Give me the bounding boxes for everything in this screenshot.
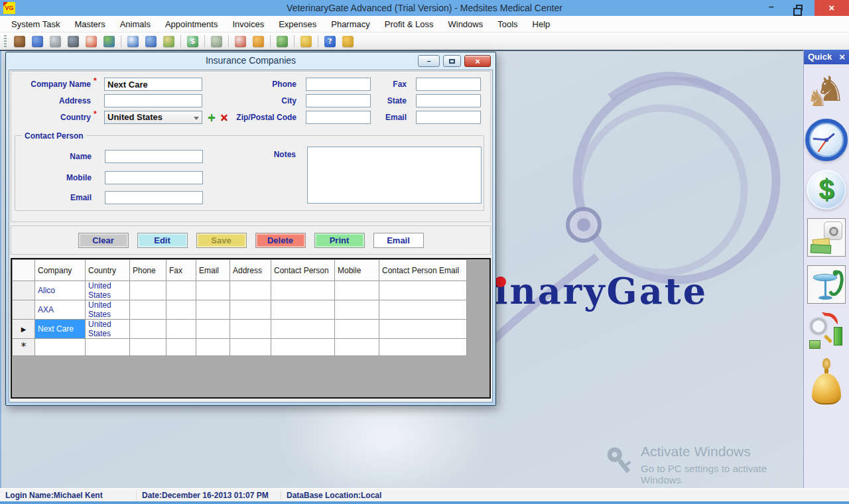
clear-button[interactable]: Clear (78, 233, 129, 248)
dog-icon[interactable] (14, 36, 25, 47)
dialog-minimize-button[interactable]: – (418, 55, 440, 67)
gift-icon[interactable] (235, 36, 246, 47)
menu-item-windows[interactable]: Windows (440, 16, 490, 32)
grid-cell[interactable] (379, 281, 467, 300)
grid-cell[interactable] (196, 320, 230, 339)
menu-item-appointments[interactable]: Appointments (158, 16, 226, 32)
chart-icon[interactable] (277, 36, 288, 47)
menu-item-tools[interactable]: Tools (490, 16, 525, 32)
package-icon[interactable] (211, 36, 222, 47)
menu-item-invoices[interactable]: Invoices (225, 16, 271, 32)
grid-new-row[interactable]: * (13, 339, 467, 356)
contact-name-input[interactable] (105, 150, 203, 163)
grid-cell[interactable] (379, 339, 467, 356)
grid-cell[interactable] (271, 320, 335, 339)
grid-cell[interactable] (130, 320, 166, 339)
grid-row[interactable]: ▶Next CareUnited States (13, 320, 467, 339)
bird-icon[interactable] (300, 36, 312, 47)
quick-panel-close-icon[interactable]: × (839, 50, 845, 64)
grid-cell[interactable] (196, 300, 230, 320)
menu-item-masters[interactable]: Masters (67, 16, 112, 32)
pharmacy-icon[interactable] (807, 265, 846, 304)
syringe-icon[interactable] (50, 36, 61, 47)
email-input[interactable] (416, 111, 481, 124)
grid-row-selector[interactable] (13, 300, 35, 320)
grid-cell[interactable]: United States (86, 300, 130, 320)
grid-header-cell[interactable]: Mobile (335, 260, 379, 281)
dollar-icon[interactable]: $ (187, 36, 198, 47)
grid-header-cell[interactable]: Contact Person Email (379, 260, 467, 281)
grid-cell[interactable] (230, 300, 271, 320)
address-book-icon[interactable] (32, 36, 43, 47)
window-close-button[interactable]: × (815, 0, 849, 16)
grid-cell[interactable] (335, 339, 379, 356)
pets-icon[interactable]: ♞ ♞ (807, 70, 846, 110)
grid-cell[interactable]: United States (86, 320, 130, 339)
grid-cell[interactable] (335, 300, 379, 320)
menu-item-pharmacy[interactable]: Pharmacy (324, 16, 377, 32)
grid-cell[interactable] (230, 339, 271, 356)
grid-cell[interactable] (271, 300, 335, 320)
grid-header-cell[interactable]: Contact Person (271, 260, 335, 281)
save-button[interactable]: Save (196, 233, 247, 248)
grid-cell[interactable] (166, 281, 196, 300)
grid-cell[interactable]: Next Care (35, 320, 86, 339)
reports-search-icon[interactable] (808, 312, 845, 349)
grid-cell[interactable] (130, 339, 166, 356)
grid-header-cell[interactable]: Fax (166, 260, 196, 281)
grid-row-selector[interactable]: * (13, 339, 35, 356)
country-select[interactable]: United States (104, 111, 202, 124)
menu-item-help[interactable]: Help (525, 16, 558, 32)
grid-cell[interactable] (230, 281, 271, 300)
animals-icon[interactable] (103, 36, 115, 47)
state-input[interactable] (416, 94, 481, 107)
undo-icon[interactable] (253, 36, 264, 47)
contact-email-input[interactable] (105, 191, 203, 204)
print-button[interactable]: Print (314, 233, 365, 248)
invoice-icon[interactable] (163, 36, 174, 47)
marker-icon[interactable] (86, 36, 97, 47)
notes-input[interactable] (307, 147, 482, 204)
grid-cell[interactable] (271, 339, 335, 356)
grid-cell[interactable] (335, 281, 379, 300)
grid-header-cell[interactable]: Address (230, 260, 271, 281)
contact-mobile-input[interactable] (105, 171, 203, 184)
delete-button[interactable]: Delete (255, 233, 306, 248)
grid-row[interactable]: AlicoUnited States (13, 281, 467, 300)
grid-cell[interactable] (166, 339, 196, 356)
grid-cell[interactable] (230, 320, 271, 339)
grid-header-cell[interactable]: Company (35, 260, 86, 281)
grid-cell[interactable] (86, 339, 130, 356)
window-minimize-button[interactable]: – (760, 0, 783, 16)
address-input[interactable] (104, 94, 202, 107)
grid-header-cell[interactable]: Country (86, 260, 130, 281)
fax-input[interactable] (416, 78, 481, 91)
email-button[interactable]: Email (373, 233, 424, 248)
grid-cell[interactable] (166, 300, 196, 320)
grid-cell[interactable] (35, 339, 86, 356)
billing-dollar-icon[interactable]: $ (807, 170, 846, 210)
grid-row-selector[interactable] (13, 281, 35, 300)
grid-cell[interactable] (130, 300, 166, 320)
grid-row-selector[interactable]: ▶ (13, 320, 35, 339)
menu-item-expenses[interactable]: Expenses (271, 16, 324, 32)
grid-header-cell[interactable]: Email (196, 260, 230, 281)
grid-cell[interactable] (166, 320, 196, 339)
grid-cell[interactable] (271, 281, 335, 300)
company-name-input[interactable] (104, 78, 202, 91)
reminder-bell-icon[interactable] (809, 358, 844, 409)
window-restore-button[interactable] (787, 0, 809, 16)
grid-cell[interactable] (379, 320, 467, 339)
grid-cell[interactable] (196, 281, 230, 300)
grid-row[interactable]: AXAUnited States (13, 300, 467, 320)
menu-item-animals[interactable]: Animals (113, 16, 158, 32)
grid-cell[interactable]: United States (86, 281, 130, 300)
menu-item-profit-loss[interactable]: Profit & Loss (377, 16, 441, 32)
clock-icon[interactable] (805, 119, 848, 161)
grid-cell[interactable]: Alico (35, 281, 86, 300)
dialog-maximize-button[interactable] (443, 55, 461, 67)
dialog-close-button[interactable]: × (464, 55, 491, 67)
edit-button[interactable]: Edit (137, 233, 188, 248)
microscope-icon[interactable] (68, 36, 79, 47)
bell-icon[interactable] (342, 36, 354, 47)
